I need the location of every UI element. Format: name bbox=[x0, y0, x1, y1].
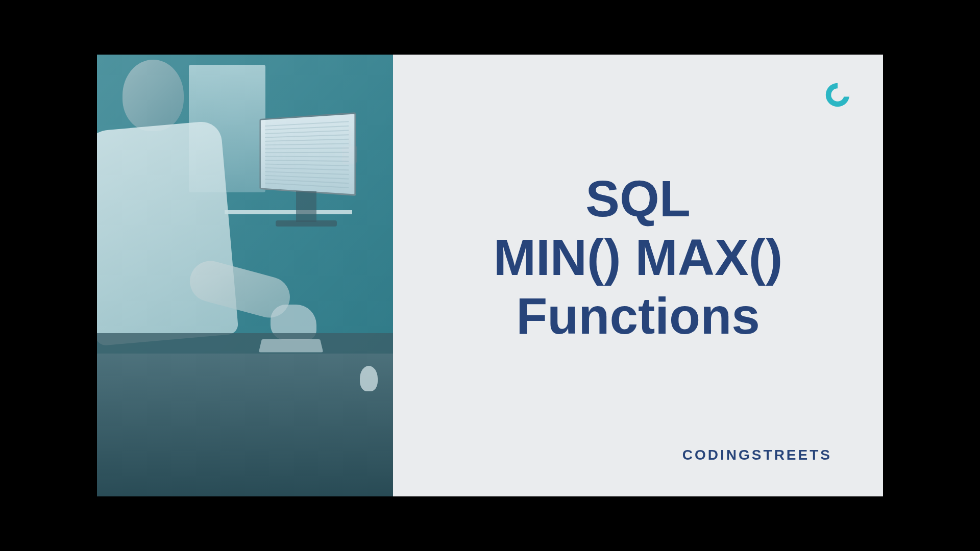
monitor-base bbox=[276, 220, 337, 227]
monitor-stand bbox=[296, 191, 316, 222]
title-line-1: SQL bbox=[494, 169, 783, 228]
logo-icon bbox=[823, 80, 852, 112]
monitor-screen bbox=[259, 112, 356, 196]
desk-surface bbox=[97, 333, 393, 354]
content-panel: SQL MIN() MAX() Functions CODINGSTREETS bbox=[393, 55, 883, 496]
mouse bbox=[360, 366, 378, 391]
person-head bbox=[122, 60, 184, 131]
shelf bbox=[225, 210, 352, 214]
developer-photo bbox=[97, 55, 393, 496]
title-line-2: MIN() MAX() bbox=[494, 228, 783, 287]
svg-rect-0 bbox=[844, 93, 849, 97]
keyboard bbox=[259, 339, 323, 353]
monitor-content bbox=[265, 120, 349, 188]
title-line-3: Functions bbox=[494, 287, 783, 345]
person-body bbox=[97, 120, 239, 346]
photo-panel bbox=[97, 55, 393, 496]
banner-card: SQL MIN() MAX() Functions CODINGSTREETS bbox=[97, 55, 883, 496]
brand-name: CODINGSTREETS bbox=[682, 447, 832, 463]
desk bbox=[97, 354, 393, 496]
title-block: SQL MIN() MAX() Functions bbox=[494, 169, 783, 345]
